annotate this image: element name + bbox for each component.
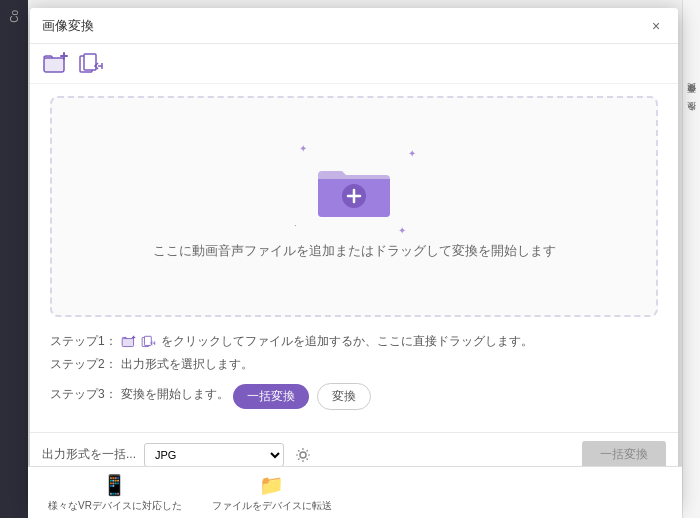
sidebar: Co	[0, 0, 28, 518]
settings-button[interactable]	[292, 444, 314, 466]
step3-row: ステップ3： 変換を開始します。 一括変換 変換	[50, 379, 658, 410]
dialog-titlebar: 画像変換 ×	[30, 8, 678, 44]
svg-rect-0	[44, 58, 64, 72]
svg-rect-11	[122, 338, 133, 346]
step3-label: ステップ3：	[50, 386, 117, 403]
drop-zone-text: ここに動画音声ファイルを追加またはドラッグして変換を開始します	[153, 242, 556, 260]
convert-button[interactable]: 変換	[317, 383, 371, 410]
step1-icons	[121, 334, 157, 350]
bottom-item-vr-label: 様々なVRデバイスに対応した	[48, 499, 182, 513]
sidebar-label: Co	[9, 10, 20, 23]
add-folder-icon	[78, 50, 106, 78]
transfer-icon: 📁	[259, 473, 284, 497]
bottom-item-transfer-label: ファイルをデバイスに転送	[212, 499, 332, 513]
format-select[interactable]: JPG PNG GIF	[144, 443, 284, 467]
right-text-2: 換を	[685, 108, 698, 118]
vr-icon: 📱	[102, 473, 127, 497]
add-file-icon	[42, 50, 70, 78]
bottom-item-vr[interactable]: 📱 様々なVRデバイスに対応した	[48, 473, 182, 513]
dialog-toolbar	[30, 44, 678, 84]
sparkle-4: ✦	[398, 225, 404, 231]
steps-section: ステップ1：	[50, 329, 658, 420]
bottom-bar: 📱 様々なVRデバイスに対応した 📁 ファイルをデバイスに転送	[28, 466, 682, 518]
dialog-title: 画像変換	[42, 17, 94, 35]
step3-actions: 一括変換 変換	[233, 383, 371, 410]
svg-rect-16	[144, 336, 151, 345]
step2-label: ステップ2：	[50, 356, 117, 373]
add-folder-button[interactable]	[78, 50, 106, 78]
svg-rect-5	[84, 54, 96, 70]
right-panel: 画像変 換を	[682, 0, 700, 518]
step2-row: ステップ2： 出力形式を選択します。	[50, 356, 658, 373]
sparkle-1: ✦	[299, 143, 305, 149]
step1-label: ステップ1：	[50, 333, 117, 350]
image-convert-dialog: 画像変換 ×	[30, 8, 678, 506]
step1-text: をクリックしてファイルを追加するか、ここに直接ドラッグします。	[161, 333, 533, 350]
drop-zone[interactable]: ✦ ✦ · ✦ ここに動画音声ファイルを追加またはドラッグして変換を開始します	[50, 96, 658, 317]
footer-format-row: 出力形式を一括... JPG PNG GIF 一括変換	[42, 441, 666, 468]
bottom-item-transfer[interactable]: 📁 ファイルをデバイスに転送	[212, 473, 332, 513]
dialog-content: ✦ ✦ · ✦ ここに動画音声ファイルを追加またはドラッグして変換を開始します	[30, 84, 678, 432]
sparkle-3: ·	[294, 220, 300, 226]
close-button[interactable]: ×	[646, 16, 666, 36]
format-label: 出力形式を一括...	[42, 446, 136, 463]
footer-batch-button[interactable]: 一括変換	[582, 441, 666, 468]
drop-zone-icon: ✦ ✦ · ✦	[314, 153, 394, 226]
step3-text: 変換を開始します。	[121, 386, 229, 403]
settings-icon	[295, 447, 311, 463]
step1-row: ステップ1：	[50, 333, 658, 350]
folder-svg	[314, 153, 394, 223]
add-file-button[interactable]	[42, 50, 70, 78]
step2-text: 出力形式を選択します。	[121, 356, 253, 373]
sparkle-2: ✦	[408, 148, 414, 154]
batch-convert-button[interactable]: 一括変換	[233, 384, 309, 409]
step1-icon1	[121, 334, 137, 350]
svg-point-19	[300, 452, 306, 458]
step1-icon2	[141, 334, 157, 350]
